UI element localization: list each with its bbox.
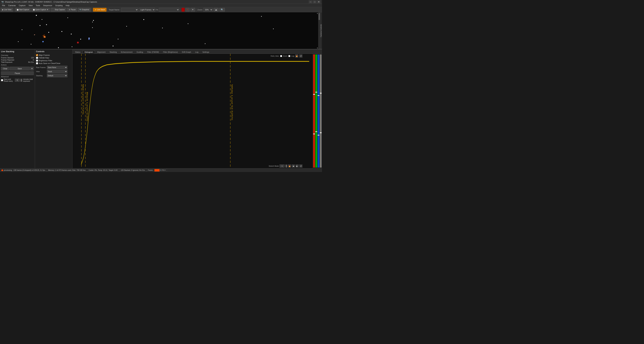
- color-bars-container: [313, 54, 322, 168]
- histogram-panel: Horiz. Axis: Zoom Log 🔥 ↺: [72, 54, 322, 168]
- menu-capture[interactable]: Capture: [18, 4, 27, 7]
- menu-tools[interactable]: Tools: [34, 4, 42, 7]
- total-exposure-row: Total Exposure: 8m 51s: [1, 61, 34, 63]
- red-bar-handle-2[interactable]: [313, 134, 315, 134]
- save-dropdown-button[interactable]: ▼: [30, 67, 34, 70]
- stretch-left-button[interactable]: ◀: [292, 164, 295, 168]
- pause-stacking-button[interactable]: Pause: [1, 71, 34, 75]
- histogram-main: Horiz. Axis: Zoom Log 🔥 ↺: [72, 54, 312, 168]
- live-stack-button[interactable]: ⚡ Live Stack: [93, 8, 106, 12]
- light-frames-select[interactable]: Light Frames: [139, 8, 155, 12]
- overview-header: Overview: [1, 54, 34, 56]
- svg-text:Black Level 0.0%: Black Level 0.0%: [86, 92, 88, 121]
- tab-filter-fwhm[interactable]: Filter (FWHM): [145, 50, 161, 54]
- fwhm-filter-checkbox[interactable]: [36, 57, 38, 59]
- histogram-options: Horiz. Axis: Zoom Log 🔥 ↺: [271, 54, 302, 58]
- menu-view[interactable]: View: [27, 4, 34, 7]
- tab-alignment[interactable]: Alignment: [95, 50, 107, 54]
- save-reset-label: Save and Reset every: [4, 78, 14, 82]
- tab-histogram[interactable]: Histogram: [82, 50, 95, 54]
- scroll-up-button[interactable]: ▲: [316, 12, 318, 14]
- clear-button[interactable]: Clear: [1, 67, 9, 70]
- target-name-select[interactable]: [121, 8, 138, 12]
- menu-help[interactable]: Help: [64, 4, 71, 7]
- stop-capture-button[interactable]: ⬛ Stop Capture: [51, 8, 66, 12]
- save-reset-up[interactable]: ▲: [20, 79, 22, 80]
- menu-scripting[interactable]: Scripting: [54, 4, 64, 7]
- toolbar-separator-3: [108, 8, 108, 12]
- stretch-right-button[interactable]: ▶: [296, 164, 298, 168]
- align-frames-checkbox[interactable]: [36, 54, 38, 56]
- live-view-icon: ▶: [2, 9, 4, 10]
- white-bar-handle[interactable]: [320, 93, 322, 94]
- stacking-select[interactable]: Default: [47, 74, 68, 77]
- title-bar: 📷 SharpCap Pro (v4.1.11947, 64 bit) - SV…: [0, 0, 322, 4]
- stretch-refresh-button[interactable]: ↺: [299, 164, 302, 168]
- toolbar-dropdown-button[interactable]: ▼: [190, 8, 195, 12]
- blue-bar-handle-2[interactable]: [318, 135, 320, 136]
- tab-log[interactable]: Log: [193, 50, 200, 54]
- fx-select[interactable]: [159, 8, 179, 12]
- stretch-up[interactable]: ▲: [285, 164, 287, 166]
- hist-refresh-button[interactable]: ↺: [299, 54, 302, 58]
- menu-sequencer[interactable]: Sequencer: [42, 4, 54, 7]
- toolbar-x-button[interactable]: ✕: [185, 8, 190, 12]
- title-bar-left: 📷 SharpCap Pro (v4.1.11947, 64 bit) - SV…: [1, 1, 97, 3]
- star-18: [80, 39, 81, 40]
- save-button[interactable]: Save: [10, 67, 30, 70]
- green-bar-handle-2[interactable]: [315, 132, 317, 132]
- pause-toolbar-button[interactable]: ⏸ Pause: [67, 8, 77, 12]
- star-3: [40, 25, 40, 26]
- tab-settings[interactable]: Settings: [200, 50, 211, 54]
- toolbar-separator-2: [92, 8, 92, 12]
- save-reset-checkbox[interactable]: [1, 79, 3, 81]
- minimize-button[interactable]: ─: [309, 0, 312, 4]
- blue-star-1: [42, 41, 44, 42]
- quick-capture-button[interactable]: ⬤ Quick Capture ▼: [32, 8, 50, 12]
- start-capture-button[interactable]: ⬤ Start Capture: [15, 8, 31, 12]
- star-7: [48, 32, 49, 33]
- view-select[interactable]: Stack: [47, 70, 68, 73]
- white-bar-handle-2[interactable]: [320, 132, 322, 133]
- bottom-panel: Live Stacking Overview Frames Stacked: 1…: [0, 49, 322, 168]
- maximize-button[interactable]: □: [313, 0, 316, 4]
- toolbar-red-square[interactable]: [182, 8, 185, 12]
- menu-file[interactable]: File: [1, 4, 6, 7]
- auto-save-checkbox[interactable]: [36, 62, 38, 64]
- save-reset-input[interactable]: [15, 79, 20, 82]
- frames-stacked-row: Frames Stacked: 133: [1, 57, 34, 59]
- raw-frames-select[interactable]: Save None: [47, 66, 68, 69]
- star-5: [46, 24, 47, 25]
- star-13: [143, 19, 144, 20]
- live-view-button[interactable]: ▶ Live View: [1, 8, 13, 12]
- save-reset-down[interactable]: ▼: [20, 80, 22, 82]
- zoom-checkbox[interactable]: [280, 55, 282, 57]
- tab-status[interactable]: Status: [73, 50, 82, 54]
- green-bar-handle[interactable]: [315, 92, 317, 92]
- toolbar-mountain-icon[interactable]: ⛰: [214, 8, 218, 12]
- snapshot-button[interactable]: 📷 Snapshot: [78, 8, 90, 12]
- tab-enhancement[interactable]: Enhancement: [119, 50, 134, 54]
- stretch-fire-button[interactable]: 🔥: [288, 164, 291, 168]
- stretch-down[interactable]: ▼: [285, 166, 287, 168]
- tab-guiding[interactable]: Guiding: [135, 50, 145, 54]
- hist-fire-button[interactable]: 🔥: [295, 54, 298, 58]
- scrollbar-thumb[interactable]: [318, 13, 320, 20]
- red-bar-handle[interactable]: [313, 94, 315, 95]
- tab-filter-brightness[interactable]: Filter (Brightness): [161, 50, 180, 54]
- brightness-filter-checkbox[interactable]: [36, 60, 38, 62]
- blue-bar-handle[interactable]: [318, 95, 320, 96]
- quick-capture-icon: ⬤: [33, 9, 35, 10]
- camera-controls-sidebar[interactable]: Camera Controls: [320, 12, 322, 49]
- zoom-select[interactable]: 33%: [204, 8, 213, 12]
- toolbar-search-icon[interactable]: 🔍: [219, 8, 225, 12]
- menu-cameras[interactable]: Cameras: [7, 4, 17, 7]
- scroll-down-button[interactable]: ▼: [316, 47, 318, 49]
- fwhm-filter-row: FWHM Filter: [36, 57, 71, 59]
- stretch-input[interactable]: [280, 164, 285, 168]
- log-checkbox[interactable]: [288, 55, 290, 57]
- close-button[interactable]: ✕: [317, 0, 321, 4]
- tab-drift-graph[interactable]: Drift Graph: [180, 50, 193, 54]
- tab-stacking[interactable]: Stacking: [108, 50, 118, 54]
- save-reset-spinner: ▲ ▼: [20, 79, 22, 82]
